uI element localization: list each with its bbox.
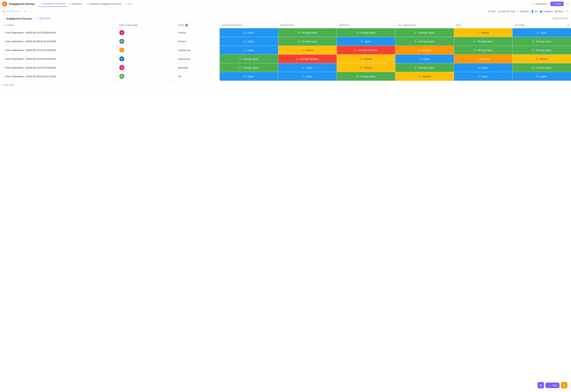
support-value: 1 – Strongly Disagree <box>337 46 395 54</box>
support-cell[interactable]: 5 – Strongly Agree <box>337 72 395 81</box>
search-box[interactable]: 🔍 Search tasks... <box>2 10 21 13</box>
team-value: Engineering <box>176 56 220 62</box>
wlb-cell[interactable]: 5 – Strongly Agree <box>454 46 512 55</box>
wlb-cell[interactable]: 4 – Agree <box>454 72 512 81</box>
wlb-cell[interactable]: 3 – Neutral <box>454 28 512 37</box>
employee-cell: B <box>117 55 176 63</box>
tab-quantitative[interactable]: ≡ Quantitative Feedback <box>38 1 67 7</box>
job_satisfaction-cell[interactable]: 5 – Strongly Agree <box>220 63 278 72</box>
section-title: Engagement Surveys <box>6 17 32 20</box>
collaboration-cell[interactable]: 5 – Strongly Agree <box>395 63 454 72</box>
motivation-cell[interactable]: 4 – Agree <box>278 63 337 72</box>
filter-button[interactable]: ⊟ Filter <box>488 10 496 13</box>
me-button[interactable]: 👤 Me <box>531 10 538 13</box>
section-collapse-button[interactable]: ▼ <box>3 17 5 20</box>
job_satisfaction-cell[interactable]: 5 – Strongly Agree <box>220 55 278 63</box>
table-row[interactable]: ✓ Form Submission - #2023-06-29T15:49:27… <box>0 72 571 81</box>
team-header-icon: A <box>185 24 188 27</box>
culture-cell[interactable]: 5 – Strongly Agree <box>513 37 571 46</box>
job_satisfaction-cell[interactable]: 4 – Agree <box>220 72 278 81</box>
wlb-cell[interactable]: 5 – Strongly Agree <box>454 37 512 46</box>
tasks-collapse-icon[interactable]: ▼ <box>2 24 4 27</box>
subtasks-button[interactable]: ↳ Subtasks <box>518 10 529 13</box>
team-value: Product <box>176 30 220 35</box>
job_satisfaction-value: 4 – Agree <box>220 28 278 37</box>
section-info-icon[interactable]: ℹ <box>33 17 34 20</box>
tab-survey[interactable]: ◻ Employee Engagement Survey <box>85 1 123 7</box>
table-row[interactable]: ✓ Form Submission - #2023-06-21T15:37:44… <box>0 46 571 55</box>
tab-verbatims[interactable]: ≡ Verbatims <box>68 1 84 7</box>
top-nav: E Engagement Surveys ≡ Quantitative Feed… <box>0 0 571 8</box>
toolbar-right: ⊟ Filter ⊞ Group by: None ↳ Subtasks 👤 M… <box>488 10 569 13</box>
motivation-cell[interactable]: 4 – Agree <box>278 72 337 81</box>
table-row[interactable]: ✓ Form Submission - #2023-06-21T15:58:28… <box>0 55 571 63</box>
support-cell[interactable]: 1 – Strongly Disagree <box>337 46 395 55</box>
motivation-cell[interactable]: 5 – Strongly Agree <box>278 37 337 46</box>
support-cell[interactable]: 3 – Neutral <box>337 55 395 63</box>
add-column-icon[interactable]: ⊕ <box>567 24 569 27</box>
culture-cell[interactable]: 4 – Agree <box>513 28 571 37</box>
task-check-icon[interactable]: ✓ <box>2 75 4 78</box>
avatar: GS <box>119 74 124 79</box>
task-name: Form Submission - #2023-06-29T15:49:27-0… <box>6 75 56 78</box>
collaboration-cell[interactable]: 2 – Disagree <box>395 46 454 55</box>
table-row[interactable]: ✓ Form Submission - #2023-06-29T15:48:42… <box>0 37 571 46</box>
wlb-cell[interactable]: 4 – Agree <box>454 63 512 72</box>
task-desc-icon: ≡ <box>58 40 59 42</box>
tasks-table-container: ▼ 6 TASKS EMPLOYEE NAME TEAM A JOB SATIS… <box>0 22 571 89</box>
job_satisfaction-cell[interactable]: 4 – Agree <box>220 28 278 37</box>
task-check-icon[interactable]: ✓ <box>2 57 4 60</box>
wlb-value: 5 – Strongly Agree <box>454 46 512 54</box>
task-cell: ✓ Form Submission - #2023-06-21T15:58:28… <box>0 55 117 63</box>
task-check-icon[interactable]: ✓ <box>2 66 4 69</box>
task-check-icon[interactable]: ✓ <box>2 40 4 43</box>
support-cell[interactable]: 4 – Agree <box>337 37 395 46</box>
share-button[interactable]: ⬡ Share <box>550 2 564 6</box>
automate-button[interactable]: ⚡ Automate ▾ <box>530 1 549 6</box>
quantitative-tab-label: Quantitative Feedback <box>42 2 65 5</box>
toolbar-overflow-button[interactable]: ••• <box>566 10 569 13</box>
add-view-button[interactable]: + View <box>124 2 134 6</box>
collaboration-value: 5 – Strongly Agree <box>395 63 454 72</box>
new-task-row[interactable]: +New task <box>0 81 571 89</box>
culture-cell[interactable]: 5 – Strongly Agree <box>513 46 571 55</box>
section-header: ▼ Engagement Surveys ℹ + NEW TASK ✓ SHOW… <box>0 15 571 22</box>
table-row[interactable]: ✓ Form Submission - #2023-06-21T15:47:18… <box>0 63 571 72</box>
motivation-cell[interactable]: 5 – Strongly Agree <box>278 28 337 37</box>
culture-cell[interactable]: 5 – Strongly Agree <box>513 63 571 72</box>
wlb-cell[interactable]: 2 – Disagree <box>454 55 512 63</box>
collaboration-cell[interactable]: 3 – Neutral <box>395 72 454 81</box>
quantitative-tab-icon: ≡ <box>40 2 41 5</box>
task-check-icon[interactable]: ✓ <box>2 31 4 34</box>
job_satisfaction-cell[interactable]: 4 – Agree <box>220 37 278 46</box>
assignees-button[interactable]: 👥 Assignees <box>540 10 553 13</box>
motivation-cell[interactable]: 1 – Strongly Disagree <box>278 55 337 63</box>
team-cell: Engineering <box>176 55 220 63</box>
new-task-button[interactable]: + NEW TASK <box>36 17 52 20</box>
culture-cell[interactable]: 4 – Agree <box>513 72 571 81</box>
more-options-button[interactable]: ••• <box>566 2 569 6</box>
group-by-button[interactable]: ⊞ Group by: None <box>498 10 515 13</box>
avatar: E <box>119 48 124 53</box>
show-button[interactable]: ◉ Show <box>555 10 563 13</box>
toolbar: 🔍 Search tasks... ••• ⊟ Filter ⊞ Group b… <box>0 8 571 15</box>
collaboration-value: 3 – Neutral <box>395 72 454 81</box>
job_satisfaction-cell[interactable]: 4 – Agree <box>220 46 278 55</box>
verbatims-tab-icon: ≡ <box>70 3 71 5</box>
collaboration-cell[interactable]: 5 – Strongly Agree <box>395 37 454 46</box>
culture-cell[interactable]: 3 – Neutral <box>513 55 571 63</box>
table-row[interactable]: ✓ Form Submission - #2023-06-21T15:39:00… <box>0 28 571 37</box>
collaboration-value: 2 – Disagree <box>395 46 454 54</box>
support-cell[interactable]: 5 – Strongly Agree <box>337 28 395 37</box>
collaboration-cell[interactable]: 5 – Strongly Agree <box>395 28 454 37</box>
toolbar-more-button[interactable]: ••• <box>24 10 27 13</box>
job_satisfaction-value: 4 – Agree <box>220 37 278 46</box>
team-cell: Marketing <box>176 63 220 72</box>
task-check-icon[interactable]: ✓ <box>2 49 4 52</box>
col-header-support: SUPPORT <box>337 22 395 28</box>
collaboration-value: 4 – Agree <box>395 55 454 63</box>
support-cell[interactable]: 3 – Neutral <box>337 63 395 72</box>
show-closed-button[interactable]: ✓ SHOW CLOSED <box>550 17 568 20</box>
collaboration-cell[interactable]: 4 – Agree <box>395 55 454 63</box>
motivation-cell[interactable]: 3 – Neutral <box>278 46 337 55</box>
